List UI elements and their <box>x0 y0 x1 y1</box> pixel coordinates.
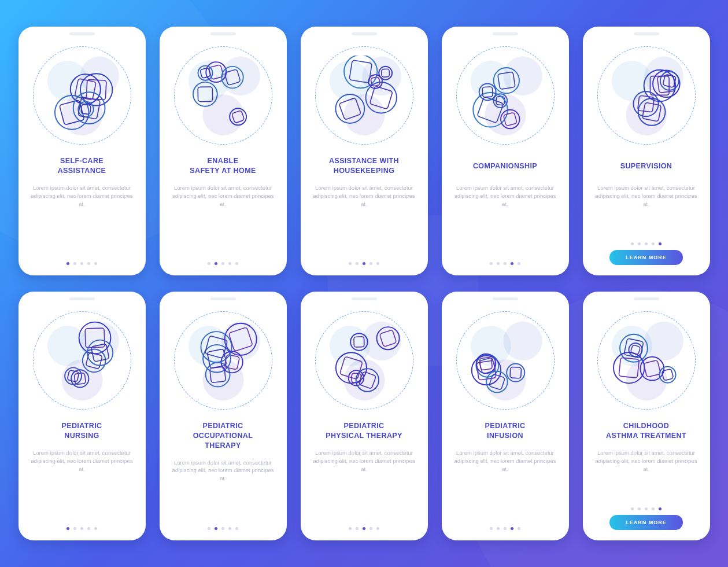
svg-rect-23 <box>339 98 361 120</box>
svg-rect-65 <box>224 355 239 370</box>
page-indicator-dot[interactable] <box>94 262 97 265</box>
page-indicator <box>66 527 97 530</box>
companionship-icon <box>456 46 555 145</box>
onboarding-card: CHILDHOOD ASTHMA TREATMENTLorem ipsum do… <box>583 292 710 540</box>
page-indicator-dot[interactable] <box>497 527 500 530</box>
svg-point-88 <box>486 371 508 393</box>
page-indicator-dot[interactable] <box>363 527 365 530</box>
svg-rect-59 <box>67 370 79 382</box>
onboarding-card: PEDIATRIC PHYSICAL THERAPYLorem ipsum do… <box>301 292 428 540</box>
svg-rect-33 <box>477 97 504 123</box>
svg-rect-35 <box>497 72 515 89</box>
learn-more-button[interactable]: LEARN MORE <box>609 515 683 530</box>
page-indicator-dot[interactable] <box>66 527 69 530</box>
card-title: SUPERVISION <box>618 156 675 176</box>
page-indicator-dot[interactable] <box>349 262 352 265</box>
page-indicator-dot[interactable] <box>652 507 655 510</box>
onboarding-card: PEDIATRIC INFUSIONLorem ipsum dolor sit … <box>442 292 569 540</box>
page-indicator-dot[interactable] <box>356 262 359 265</box>
card-body: Lorem ipsum dolor sit amet, consectetur … <box>591 449 702 502</box>
page-indicator-dot[interactable] <box>631 242 634 245</box>
page-indicator <box>208 527 238 530</box>
page-indicator-dot[interactable] <box>638 242 641 245</box>
page-indicator-dot[interactable] <box>228 527 231 530</box>
page-indicator-dot[interactable] <box>518 527 520 530</box>
page-indicator-dot[interactable] <box>349 527 352 530</box>
svg-point-64 <box>221 351 242 373</box>
page-indicator <box>631 242 662 245</box>
occupational-therapy-icon <box>174 311 272 410</box>
page-indicator <box>631 507 662 510</box>
page-indicator <box>490 262 520 265</box>
page-indicator-dot[interactable] <box>638 507 641 510</box>
card-body: Lorem ipsum dolor sit amet, consectetur … <box>309 449 420 521</box>
pediatric-infusion-icon <box>456 311 555 410</box>
page-indicator-dot[interactable] <box>87 527 90 530</box>
page-indicator-dot[interactable] <box>490 262 493 265</box>
svg-rect-13 <box>231 111 244 123</box>
page-indicator-dot[interactable] <box>369 262 372 265</box>
page-indicator-dot[interactable] <box>504 262 507 265</box>
card-body: Lorem ipsum dolor sit amet, consectetur … <box>591 184 702 237</box>
svg-rect-73 <box>339 356 363 380</box>
svg-rect-17 <box>199 68 210 79</box>
page-indicator-dot[interactable] <box>73 262 76 265</box>
card-title: COMPANIONSHIP <box>471 156 539 176</box>
page-indicator-dot[interactable] <box>215 262 217 265</box>
svg-point-76 <box>356 369 378 391</box>
onboarding-card: ASSISTANCE WITH HOUSEKEEPINGLorem ipsum … <box>301 27 428 275</box>
page-indicator-dot[interactable] <box>645 242 648 245</box>
page-indicator-dot[interactable] <box>369 527 372 530</box>
safety-home-icon <box>174 46 272 145</box>
svg-point-34 <box>493 68 519 93</box>
page-indicator-dot[interactable] <box>511 527 513 530</box>
svg-rect-21 <box>381 69 389 77</box>
page-indicator-dot[interactable] <box>94 527 97 530</box>
page-indicator-dot[interactable] <box>497 262 500 265</box>
svg-rect-99 <box>619 358 639 378</box>
page-indicator-dot[interactable] <box>80 262 83 265</box>
page-indicator-dot[interactable] <box>659 507 662 510</box>
page-indicator-dot[interactable] <box>215 527 217 530</box>
card-title: SELF-CARE ASSISTANCE <box>56 156 109 176</box>
svg-point-78 <box>376 327 399 349</box>
page-indicator-dot[interactable] <box>87 262 90 265</box>
onboarding-card: PEDIATRIC NURSINGLorem ipsum dolor sit a… <box>19 292 146 540</box>
svg-rect-25 <box>369 86 393 109</box>
svg-point-82 <box>507 364 524 382</box>
page-indicator-dot[interactable] <box>66 262 69 265</box>
page-indicator-dot[interactable] <box>221 527 224 530</box>
pediatric-nursing-icon <box>33 311 131 410</box>
onboarding-card: ENABLE SAFETY AT HOMELorem ipsum dolor s… <box>160 27 287 275</box>
page-indicator-dot[interactable] <box>208 262 210 265</box>
page-indicator-dot[interactable] <box>235 262 238 265</box>
page-indicator-dot[interactable] <box>652 242 655 245</box>
svg-rect-69 <box>228 327 253 352</box>
page-indicator-dot[interactable] <box>363 262 365 265</box>
page-indicator-dot[interactable] <box>659 242 662 245</box>
page-indicator-dot[interactable] <box>228 262 231 265</box>
card-body: Lorem ipsum dolor sit amet, consectetur … <box>27 184 138 256</box>
svg-rect-79 <box>379 330 397 347</box>
svg-rect-57 <box>74 373 86 385</box>
svg-point-98 <box>614 352 644 383</box>
page-indicator-dot[interactable] <box>356 527 359 530</box>
learn-more-button[interactable]: LEARN MORE <box>609 250 683 265</box>
page-indicator-dot[interactable] <box>221 262 224 265</box>
svg-point-18 <box>193 82 217 106</box>
svg-point-58 <box>65 368 82 385</box>
svg-point-60 <box>205 363 230 387</box>
page-indicator-dot[interactable] <box>631 507 634 510</box>
page-indicator-dot[interactable] <box>73 527 76 530</box>
page-indicator-dot[interactable] <box>511 262 513 265</box>
page-indicator-dot[interactable] <box>80 527 83 530</box>
page-indicator-dot[interactable] <box>376 262 379 265</box>
page-indicator-dot[interactable] <box>518 262 520 265</box>
page-indicator-dot[interactable] <box>504 527 507 530</box>
page-indicator-dot[interactable] <box>376 527 379 530</box>
svg-rect-15 <box>224 69 241 86</box>
page-indicator-dot[interactable] <box>490 527 493 530</box>
page-indicator-dot[interactable] <box>645 507 648 510</box>
page-indicator-dot[interactable] <box>235 527 238 530</box>
page-indicator-dot[interactable] <box>208 527 210 530</box>
